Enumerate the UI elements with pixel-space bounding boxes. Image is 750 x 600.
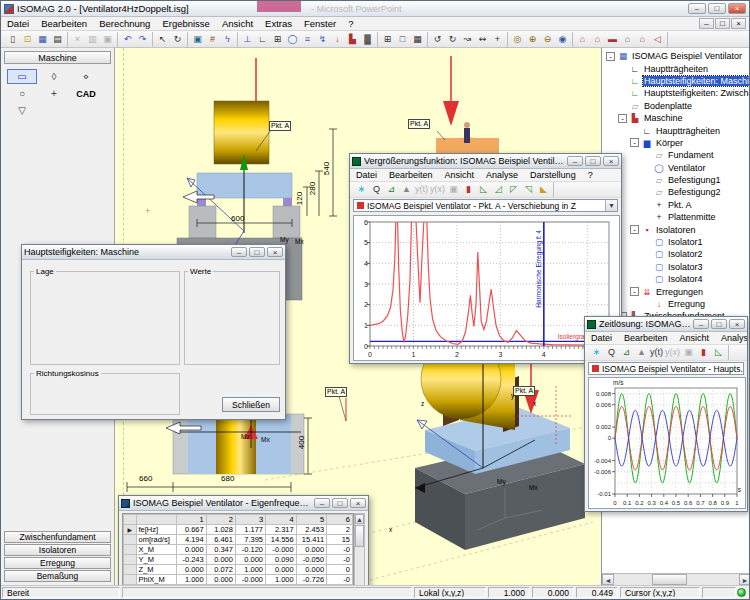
table-cell[interactable]: -0 [327, 575, 353, 585]
new-button[interactable]: ▯ [5, 32, 20, 47]
menu-bearbeiten[interactable]: Bearbeiten [35, 17, 93, 30]
collapse-icon[interactable]: - [630, 138, 639, 147]
menu-datei[interactable]: Datei [1, 17, 35, 30]
table-cell[interactable]: 1.000 [266, 575, 297, 585]
box-button[interactable]: □ [395, 32, 410, 47]
machine-button[interactable]: ▙ [345, 32, 360, 47]
menu-berechnung[interactable]: Berechnung [93, 17, 156, 30]
table-cell[interactable]: 1.000 [235, 565, 265, 575]
table-cell[interactable]: 15.411 [296, 535, 326, 545]
refresh-button[interactable]: ∗ [589, 345, 604, 360]
table-cell[interactable]: 7.395 [235, 535, 265, 545]
eigen-restore-button[interactable]: □ [332, 498, 348, 508]
view-front-button[interactable]: ⌂ [575, 32, 590, 47]
table-cell[interactable]: 0.000 [176, 545, 206, 555]
y-of-x-button[interactable]: y(x) [429, 182, 446, 197]
export-button[interactable]: ⊿ [619, 345, 634, 360]
body-tool-icon[interactable]: ▭ [7, 69, 37, 84]
bar-chart-button[interactable]: ▮ [696, 345, 711, 360]
mag-series-select[interactable]: ISOMAG Beispiel Ventilator - Pkt. A - Ve… [353, 199, 618, 212]
zoom-in-button[interactable]: ⊕ [525, 32, 540, 47]
copy-chart-button[interactable]: ▣ [681, 345, 696, 360]
table-cell[interactable]: 1.028 [206, 525, 235, 535]
tree-horizontal-scrollbar[interactable]: ◄ ► [602, 573, 749, 585]
redo-button[interactable]: ↷ [135, 32, 150, 47]
dialog-minimize-button[interactable]: – [231, 247, 247, 257]
table-cell[interactable]: 0.000 [206, 555, 235, 565]
prism-tool-icon[interactable]: ◊ [39, 69, 69, 84]
force-button[interactable]: ↓ [330, 32, 345, 47]
menu-analyse[interactable]: Analyse [480, 169, 524, 181]
tree-item-fundament[interactable]: ▱Fundament [602, 149, 749, 161]
collapse-icon[interactable]: - [630, 287, 639, 296]
menu-?[interactable]: ? [582, 169, 599, 181]
move-button[interactable]: + [490, 32, 505, 47]
table-cell[interactable]: 0.000 [206, 575, 235, 585]
zoom-button[interactable]: Q [369, 182, 384, 197]
copy-chart-button[interactable]: ▣ [446, 182, 461, 197]
minimize-button[interactable]: – [688, 3, 706, 14]
cad-tool-icon[interactable]: CAD [71, 86, 101, 101]
cone-tool-icon[interactable]: ▽ [7, 103, 37, 118]
view-top-button[interactable]: ▬ [605, 32, 620, 47]
mute-button[interactable]: ◁ [650, 32, 665, 47]
tree-item-isolator4[interactable]: ▢Isolator4 [602, 273, 749, 285]
tree-item-bodenplatte[interactable]: ▱Bodenplatte [602, 100, 749, 112]
scale-lin-button[interactable]: ◺ [476, 182, 491, 197]
table-cell[interactable]: -0 [327, 555, 353, 565]
table-cell[interactable]: 0.000 [235, 555, 265, 565]
collapse-icon[interactable]: - [618, 114, 627, 123]
zoom-button[interactable]: ◎ [510, 32, 525, 47]
scale-logx-button[interactable]: ◿ [491, 182, 506, 197]
table-cell[interactable]: -0.000 [235, 575, 265, 585]
zoom-fit-button[interactable]: ◉ [555, 32, 570, 47]
scale-lin-button[interactable]: ◺ [711, 345, 726, 360]
undo-button[interactable]: ↶ [120, 32, 135, 47]
cut-button[interactable]: × [70, 32, 85, 47]
table-cell[interactable]: 0 [327, 565, 353, 575]
scale-logy-button[interactable]: ◸ [506, 182, 521, 197]
mag-minimize-button[interactable]: – [567, 156, 583, 166]
y-of-x-button[interactable]: y(x) [664, 345, 681, 360]
eigen-vertical-scrollbar[interactable]: ▲ [354, 513, 365, 585]
chart-type-button[interactable]: ▲ [634, 345, 649, 360]
isolator-button[interactable]: ◯ [285, 32, 300, 47]
quad-button[interactable]: ▦ [410, 32, 425, 47]
table-cell[interactable]: 14.556 [266, 535, 297, 545]
dialog-close-button[interactable]: × [267, 247, 283, 257]
menu-datei[interactable]: Datei [585, 332, 618, 344]
table-cell[interactable]: 0.090 [266, 555, 297, 565]
y-of-t-button[interactable]: y(t) [414, 182, 429, 197]
menu-?[interactable]: ? [342, 17, 359, 30]
scroll-thumb[interactable] [652, 574, 687, 585]
y-of-t-button[interactable]: y(t) [649, 345, 664, 360]
table-cell[interactable]: 6.461 [206, 535, 235, 545]
body-view-button[interactable]: ▓ [360, 32, 375, 47]
small-prism-tool-icon[interactable]: ⋄ [71, 69, 101, 84]
tree-item-haupttr-gheiten[interactable]: ∟Hauptträgheiten [602, 62, 749, 74]
scroll-thumb[interactable] [355, 525, 364, 547]
restore-button[interactable]: □ [708, 3, 726, 14]
collapse-icon[interactable]: - [630, 225, 639, 234]
menu-ansicht[interactable]: Ansicht [674, 332, 716, 344]
tree-item-isomag-beispiel-ventilator[interactable]: -▦ISOMAG Beispiel Ventilator [602, 50, 749, 62]
cells-button[interactable]: ⊞ [380, 32, 395, 47]
pan-right-button[interactable]: ↭ [475, 32, 490, 47]
tree-item-erregungen[interactable]: -⇊Erregungen [602, 285, 749, 297]
table-cell[interactable]: 15 [327, 535, 353, 545]
table-cell[interactable]: -0.243 [176, 555, 206, 565]
table-cell[interactable]: 1.177 [235, 525, 265, 535]
sidebar-button-zwischenfundament[interactable]: Zwischenfundament [4, 531, 111, 543]
print-button[interactable]: ▤ [50, 32, 65, 47]
plane-button[interactable]: ∟ [255, 32, 270, 47]
time-close-button[interactable]: × [729, 319, 745, 329]
edit-tool-button[interactable]: # [205, 32, 220, 47]
sidebar-header-maschine[interactable]: Maschine [4, 51, 111, 64]
tree-item-befestigung2[interactable]: ▱Befestigung2 [602, 186, 749, 198]
export-button[interactable]: ⊿ [384, 182, 399, 197]
grid-button[interactable]: ⊞ [270, 32, 285, 47]
spring-button[interactable]: ↯ [315, 32, 330, 47]
pointer-button[interactable]: ↖ [155, 32, 170, 47]
mdi-close-button[interactable]: × [731, 18, 746, 29]
save-button[interactable]: ▦ [35, 32, 50, 47]
